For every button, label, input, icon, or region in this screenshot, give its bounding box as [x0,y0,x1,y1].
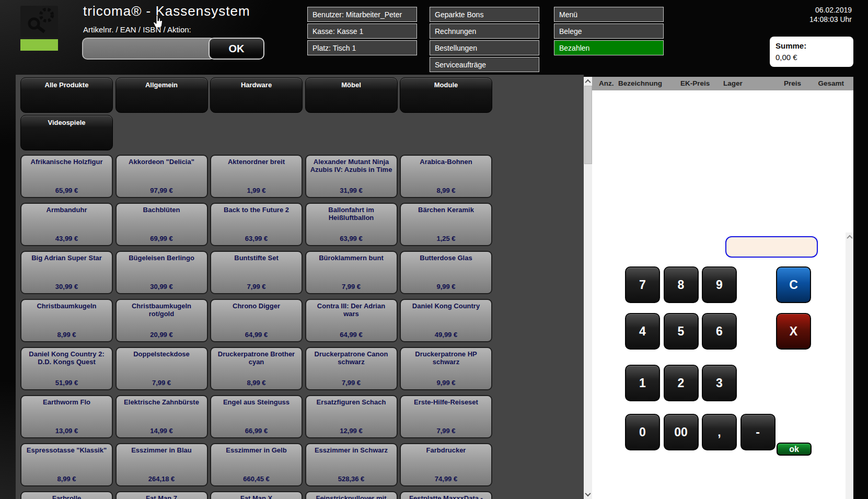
product-button[interactable]: Chrono Digger64,99 € [210,299,303,342]
product-price: 43,99 € [21,235,112,242]
product-price: 31,99 € [306,187,397,194]
logo-green-bar [20,39,58,51]
product-button[interactable]: Aktenordner breit1,99 € [210,155,303,198]
cart-scroll-up-icon[interactable] [846,233,853,241]
product-scrollbar-thumb[interactable] [584,86,592,164]
product-scrollbar[interactable] [584,77,592,499]
scan-ok-button[interactable]: OK [209,38,264,60]
product-button[interactable]: Bachblüten69,99 € [115,203,208,246]
numpad-key-6[interactable]: 6 [702,313,737,350]
scroll-up-icon[interactable] [584,77,592,86]
product-button[interactable]: Armbanduhr43,99 € [20,203,113,246]
product-button[interactable]: Espressotasse "Klassik"8,99 € [20,443,113,486]
numpad-key-0[interactable]: 0 [625,414,660,450]
product-button[interactable]: Arabica-Bohnen8,99 € [400,155,492,198]
numpad-ok-button[interactable]: ok [777,443,812,456]
product-button[interactable]: Esszimmer in Gelb660,45 € [210,443,303,486]
product-button[interactable]: Afrikanische Holzfigur65,99 € [20,155,113,198]
product-price: 65,99 € [21,187,112,194]
product-button[interactable]: Christbaumkugeln8,99 € [20,299,113,342]
product-button[interactable]: Alexander Mutant Ninja Azubis IV: Azubis… [305,155,398,198]
product-price: 20,99 € [117,331,207,339]
session-button[interactable]: Benutzer: Mitarbeiter_Peter [307,7,417,22]
product-name: Daniel Kong Country [401,300,491,310]
cart-scrollbar[interactable] [846,233,853,499]
numpad-key-,[interactable]: , [702,414,737,450]
numpad-key-9[interactable]: 9 [702,266,737,303]
action-button[interactable]: Menü [554,7,664,22]
action-button[interactable]: Belege [554,24,664,39]
product-button[interactable]: Butterdose Glas9,99 € [400,251,492,294]
product-button[interactable]: Doppelsteckdose7,99 € [115,347,208,390]
amount-entry-input[interactable] [725,236,818,258]
product-button[interactable]: Buntstifte Set7,99 € [210,251,303,294]
numpad-key-8[interactable]: 8 [664,266,699,303]
product-button[interactable]: Farbdrucker74,99 € [400,443,492,486]
product-button[interactable]: Elektrische Zahnbürste14,99 € [115,395,208,438]
document-button[interactable]: Geparkte Bons [430,7,539,22]
product-button[interactable]: Earthworm Flo13,09 € [20,395,113,438]
product-button[interactable]: Feinstrickpullover mit [305,491,398,499]
document-button[interactable]: Serviceaufträge [430,57,539,72]
product-name: Christbaumkugeln [21,300,112,310]
scroll-down-icon[interactable] [584,490,592,498]
product-button[interactable]: Büroklammern bunt7,99 € [305,251,398,294]
product-name: Buntstifte Set [211,252,302,262]
product-button[interactable]: Druckerpatrone HP schwarz9,99 € [400,347,492,390]
product-name: Erste-Hilfe-Reiseset [401,396,491,406]
numpad-cancel-key[interactable]: X [776,313,811,350]
time-text: 14:08:03 Uhr [809,15,852,24]
app-logo [20,6,58,50]
category-button[interactable]: Module [400,77,492,113]
numpad-key--[interactable]: - [740,414,776,450]
product-name: Daniel Kong Country 2: D.D. Kongs Quest [21,348,112,366]
numpad-key-5[interactable]: 5 [664,313,699,350]
numpad-key-7[interactable]: 7 [625,266,660,303]
numpad-key-1[interactable]: 1 [625,365,660,401]
product-price: 97,99 € [117,187,207,194]
product-button[interactable]: Big Adrian Super Star30,99 € [20,251,113,294]
category-button[interactable]: Alle Produkte [20,77,113,113]
product-button[interactable]: Esszimmer in Schwarz528,36 € [305,443,398,486]
product-button[interactable]: Daniel Kong Country49,99 € [400,299,492,342]
document-button[interactable]: Bestellungen [430,40,539,55]
product-button[interactable]: Festplatte MaxxxData - [400,491,492,499]
product-button[interactable]: Akkordeon "Delicia"97,99 € [115,155,208,198]
product-button[interactable]: Back to the Future 263,99 € [210,203,303,246]
numpad-clear-key[interactable]: C [776,266,811,303]
numpad-key-4[interactable]: 4 [625,313,660,350]
pos-screen: tricoma® - Kassensystem Artikelnr. / EAN… [0,0,868,499]
product-button[interactable]: Druckerpatrone Brother cyan8,99 € [210,347,303,390]
date-text: 06.02.2019 [809,5,852,15]
category-button[interactable]: Hardware [210,77,303,113]
product-button[interactable]: Farbrolle [20,491,113,499]
numpad-key-00[interactable]: 00 [664,414,699,450]
product-button[interactable]: Fat Man X [210,491,303,499]
numpad-key-3[interactable]: 3 [702,365,737,401]
product-price: 74,99 € [401,475,491,483]
product-button[interactable]: Bügeleisen Berlingo30,99 € [115,251,208,294]
product-button[interactable]: Esszimmer in Blau264,18 € [115,443,208,486]
product-button[interactable]: Contra III: Der Adrian wars64,99 € [305,299,398,342]
document-button[interactable]: Rechnungen [430,24,539,39]
numpad-key-2[interactable]: 2 [664,365,699,401]
product-button[interactable]: Daniel Kong Country 2: D.D. Kongs Quest5… [20,347,113,390]
product-button[interactable]: Ballonfahrt im Heißluftballon63,99 € [305,203,398,246]
product-name: Feinstrickpullover mit [306,492,397,499]
product-button[interactable]: Christbaumkugeln rot/gold20,99 € [115,299,208,342]
product-button[interactable]: Fat Man 7 [115,491,208,499]
product-button[interactable]: Druckerpatrone Canon schwarz7,99 € [305,347,398,390]
action-button[interactable]: Bezahlen [554,40,664,55]
product-price: 64,99 € [211,331,302,339]
session-button[interactable]: Kasse: Kasse 1 [307,24,417,39]
article-input[interactable] [82,38,215,60]
category-button[interactable]: Videospiele [20,115,113,150]
product-button[interactable]: Engel aus Steinguss66,99 € [210,395,303,438]
product-button[interactable]: Bärchen Keramik1,25 € [400,203,492,246]
category-button[interactable]: Allgemein [115,77,208,113]
session-button[interactable]: Platz: Tisch 1 [307,40,417,55]
product-button[interactable]: Ersatzfiguren Schach12,99 € [305,395,398,438]
product-price: 7,99 € [401,427,491,435]
category-button[interactable]: Möbel [305,77,398,113]
product-button[interactable]: Erste-Hilfe-Reiseset7,99 € [400,395,492,438]
